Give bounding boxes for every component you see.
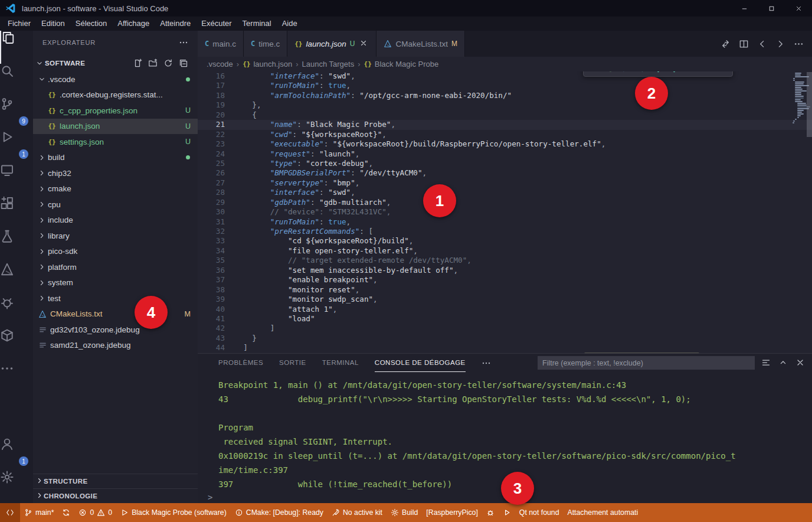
debug-kill-button[interactable] (603, 71, 617, 75)
activity-remote-explorer[interactable] (0, 163, 33, 196)
status-cmake-debug[interactable] (482, 503, 499, 522)
tab-time.c[interactable]: Ctime.c (244, 31, 287, 57)
explorer-section-header[interactable]: SOFTWARE (33, 54, 198, 71)
tree-item-gd32vf103-ozone.jdebug[interactable]: gd32vf103_ozone.jdebug (33, 322, 198, 338)
activity-settings[interactable] (0, 470, 33, 503)
code-line-28[interactable]: 28 "interface": "swd", (198, 188, 812, 197)
new-file-icon[interactable] (133, 58, 142, 68)
code-line-21[interactable]: 21 "name": "Black Magic Probe", (198, 120, 812, 129)
status-git-sync[interactable] (58, 503, 74, 522)
code-line-27[interactable]: 27 "servertype": "bmp", (198, 178, 812, 188)
status-auto-attach[interactable]: Attachement automati (564, 503, 643, 522)
code-line-18[interactable]: 18 "armToolchainPath": "/opt/gcc-arm-non… (198, 91, 812, 100)
code-line-19[interactable]: 19 }, (198, 100, 812, 110)
code-line-20[interactable]: 20 { (198, 110, 812, 120)
new-folder-icon[interactable] (148, 58, 158, 68)
code-line-33[interactable]: 33 "cd ${workspaceRoot}/build", (198, 236, 812, 246)
section-structure[interactable]: STRUCTURE (33, 474, 198, 488)
code-line-38[interactable]: 38 "monitor reset", (198, 285, 812, 295)
panel-tab-sortie[interactable]: SORTIE (279, 354, 306, 372)
status-cmake-build[interactable]: Build (387, 503, 422, 522)
panel-more-tabs-icon[interactable] (482, 358, 491, 368)
close-button[interactable] (785, 0, 812, 17)
breadcrumb-launch-targets[interactable]: Launch Targets (302, 60, 355, 68)
menu-terminal[interactable]: Terminal (237, 17, 277, 31)
code-line-17[interactable]: 17 "runToMain": true, (198, 81, 812, 90)
menu-sélection[interactable]: Sélection (70, 17, 112, 31)
status-problems[interactable]: 00 (74, 503, 116, 522)
code-line-32[interactable]: 32 "preRestartCommands": [ (198, 227, 812, 236)
toolbar-grip-icon[interactable] (587, 71, 601, 75)
refresh-icon[interactable] (163, 58, 173, 68)
panel-tab-probl-mes[interactable]: PROBLÈMES (218, 354, 263, 372)
tree-item-samd21-ozone.jdebug[interactable]: samd21_ozone.jdebug (33, 338, 198, 354)
tree-item-build[interactable]: build (33, 150, 198, 166)
debug-console-output[interactable]: Breakpoint 1, main () at /mnt/data/git/o… (198, 372, 812, 491)
menu-exécuter[interactable]: Exécuter (196, 17, 237, 31)
status-build-target[interactable]: [RaspberryPico] (422, 503, 482, 522)
activity-accounts[interactable]: 1 (0, 437, 33, 470)
debug-console-filter-input[interactable] (538, 356, 755, 370)
tree-item-chip32[interactable]: chip32 (33, 165, 198, 181)
tab-launch.json[interactable]: {}launch.jsonU (287, 31, 376, 57)
debug-stop-button[interactable] (699, 71, 713, 75)
activity-extensions[interactable] (0, 196, 33, 229)
tree-item-cpu[interactable]: cpu (33, 197, 198, 213)
panel-tab-terminal[interactable]: TERMINAL (322, 354, 359, 372)
tree-item-test[interactable]: test (33, 291, 198, 306)
maximize-panel-icon[interactable] (778, 358, 788, 367)
activity-more-views[interactable] (0, 361, 33, 394)
tree-item-cmakelists.txt[interactable]: CMakeLists.txtM (33, 306, 198, 322)
status-git-branch[interactable]: main* (20, 503, 58, 522)
code-line-37[interactable]: 37 "enable breakpoint", (198, 275, 812, 285)
menu-atteindre[interactable]: Atteindre (155, 17, 196, 31)
activity-cmake-tools[interactable] (0, 262, 33, 295)
code-line-29[interactable]: 29 "gdbPath": "gdb-multiarch", (198, 198, 812, 207)
tree-item-.vscode[interactable]: .vscode (33, 71, 198, 87)
code-line-24[interactable]: 24 "request": "launch", (198, 149, 812, 159)
clear-console-icon[interactable] (761, 358, 771, 367)
editor-scrollbar[interactable] (807, 72, 812, 137)
code-line-23[interactable]: 23 "executable": "${workspaceRoot}/build… (198, 139, 812, 149)
tree-item-include[interactable]: include (33, 213, 198, 229)
tree-item-c-cpp-properties.json[interactable]: {}c_cpp_properties.jsonU (33, 103, 198, 119)
tree-item-platform[interactable]: platform (33, 259, 198, 275)
code-line-39[interactable]: 39 "monitor swdp_scan", (198, 295, 812, 304)
code-line-42[interactable]: 42 ] (198, 324, 812, 333)
code-line-36[interactable]: 36 "set mem inaccessible-by-default off"… (198, 266, 812, 275)
tree-item-settings.json[interactable]: {}settings.jsonU (33, 134, 198, 150)
status-remote-indicator[interactable] (0, 503, 20, 522)
collapse-all-icon[interactable] (179, 58, 188, 68)
activity-testing[interactable] (0, 229, 33, 262)
open-changes-icon[interactable] (721, 39, 731, 49)
minimize-button[interactable] (731, 0, 758, 17)
debug-step-over-button[interactable] (635, 71, 649, 75)
tree-item-system[interactable]: system (33, 275, 198, 291)
breadcrumb-.vscode[interactable]: .vscode (207, 60, 233, 68)
code-line-40[interactable]: 40 "attach 1", (198, 305, 812, 314)
panel-tab-console-de-d-bogage[interactable]: CONSOLE DE DÉBOGAGE (375, 354, 466, 372)
maximize-button[interactable] (758, 0, 785, 17)
code-line-34[interactable]: 34 "file open-story-teller.elf", (198, 246, 812, 256)
breadcrumb-black-magic-probe[interactable]: {}Black Magic Probe (364, 60, 439, 68)
tree-item-cmake[interactable]: cmake (33, 181, 198, 197)
status-cmake-kit[interactable]: No active kit (328, 503, 387, 522)
minimap[interactable] (791, 73, 807, 124)
breadcrumb-launch.json[interactable]: {}launch.json (243, 60, 292, 68)
close-tab-icon[interactable] (359, 39, 369, 48)
debug-continue-button[interactable] (619, 71, 633, 75)
status-cmake-status[interactable]: CMake: [Debug]: Ready (231, 503, 328, 522)
tree-item-launch.json[interactable]: {}launch.jsonU (33, 119, 198, 135)
tab-cmakelists.txt[interactable]: CMakeLists.txtM (376, 31, 465, 57)
code-line-44[interactable]: 44 ] (198, 343, 812, 353)
status-debug-config[interactable]: Black Magic Probe (software) (116, 503, 231, 522)
more-actions-icon[interactable] (794, 39, 804, 49)
code-line-41[interactable]: 41 "load" (198, 314, 812, 324)
close-panel-icon[interactable] (795, 358, 805, 367)
menu-affichage[interactable]: Affichage (112, 17, 155, 31)
code-editor[interactable]: 16 "interface": "swd",17 "runToMain": tr… (198, 71, 812, 353)
activity-debug-probe[interactable] (0, 295, 33, 328)
code-line-22[interactable]: 22 "cwd": "${workspaceRoot}", (198, 130, 812, 139)
split-editor-icon[interactable] (739, 39, 749, 49)
code-line-25[interactable]: 25 "type": "cortex-debug", (198, 159, 812, 168)
